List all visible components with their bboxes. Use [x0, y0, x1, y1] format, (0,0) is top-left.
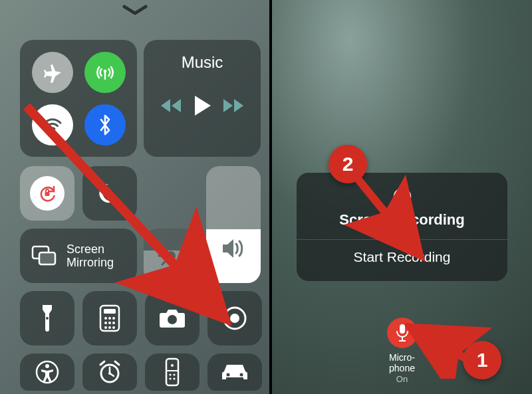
svg-point-45 [399, 193, 406, 200]
svg-point-20 [112, 317, 115, 320]
svg-point-40 [173, 377, 175, 379]
record-icon [221, 305, 248, 332]
svg-rect-17 [104, 309, 116, 314]
record-icon [303, 186, 501, 207]
svg-point-39 [169, 377, 171, 379]
svg-point-22 [108, 322, 111, 324]
svg-line-12 [177, 262, 180, 264]
airplane-icon [42, 62, 63, 83]
svg-point-42 [240, 373, 243, 377]
forward-icon[interactable] [219, 96, 245, 115]
airplane-mode-toggle[interactable] [32, 52, 73, 93]
music-label: Music [150, 53, 254, 72]
svg-line-11 [162, 247, 165, 250]
apple-tv-remote-button[interactable] [145, 353, 200, 391]
screen-record-button[interactable] [207, 291, 262, 345]
svg-point-2 [51, 129, 53, 132]
svg-point-23 [112, 322, 115, 324]
callout-badge-2: 2 [329, 145, 367, 183]
do-not-disturb-toggle[interactable] [82, 166, 137, 221]
svg-point-38 [173, 373, 175, 375]
svg-point-19 [108, 317, 111, 320]
svg-point-6 [166, 251, 176, 260]
svg-point-36 [171, 364, 174, 367]
svg-point-29 [230, 314, 239, 323]
svg-point-41 [227, 373, 230, 377]
moon-icon [96, 180, 123, 207]
svg-rect-34 [166, 359, 178, 385]
accessibility-icon [34, 359, 61, 385]
svg-point-25 [108, 326, 111, 329]
svg-point-27 [168, 315, 177, 324]
flashlight-button[interactable] [20, 291, 74, 345]
wifi-toggle[interactable] [32, 104, 73, 146]
svg-point-15 [46, 317, 49, 320]
antenna-icon [94, 61, 116, 84]
svg-point-21 [104, 322, 107, 324]
svg-rect-46 [400, 324, 405, 334]
microphone-toggle[interactable] [387, 318, 418, 348]
screen-recording-sheet: Screen Recording Start Recording [297, 173, 507, 281]
orientation-lock-icon [36, 182, 59, 205]
calculator-button[interactable] [82, 291, 137, 345]
bluetooth-icon [95, 114, 115, 136]
svg-point-26 [112, 326, 115, 329]
camera-button[interactable] [145, 291, 200, 345]
wifi-icon [41, 114, 64, 136]
play-icon[interactable] [192, 94, 212, 117]
svg-point-31 [45, 364, 49, 368]
orientation-lock-toggle[interactable] [20, 166, 74, 221]
sheet-title: Screen Recording [303, 211, 501, 229]
svg-rect-1 [104, 72, 105, 80]
accessibility-button[interactable] [20, 353, 74, 391]
calculator-icon [98, 304, 121, 332]
bluetooth-toggle[interactable] [84, 104, 126, 146]
clock-button[interactable] [82, 353, 137, 391]
screen-mirroring-icon [31, 245, 57, 267]
microphone-icon [395, 324, 410, 342]
svg-point-18 [104, 317, 107, 320]
carplay-button[interactable] [207, 353, 262, 391]
shortcut-row-1 [20, 291, 262, 345]
control-center-panel: Music [0, 0, 272, 394]
svg-line-13 [177, 247, 180, 250]
camera-icon [158, 308, 186, 329]
chevron-down-icon [122, 4, 148, 16]
screen-mirroring-label: ScreenMirroring [66, 243, 114, 269]
sun-icon [144, 229, 198, 283]
svg-line-14 [162, 262, 165, 264]
callout-badge-1: 1 [463, 341, 501, 379]
screen-mirroring-button[interactable]: ScreenMirroring [20, 229, 137, 283]
svg-rect-3 [45, 192, 50, 196]
svg-point-24 [104, 326, 107, 329]
start-recording-button[interactable]: Start Recording [303, 240, 501, 265]
shortcut-row-2 [20, 353, 262, 391]
microphone-label: Micro-phone On [389, 352, 415, 384]
svg-rect-5 [39, 252, 55, 264]
music-card[interactable]: Music [144, 40, 261, 157]
screen-recording-panel: Screen Recording Start Recording Micro-p… [272, 0, 532, 394]
connectivity-group [20, 40, 137, 157]
rewind-icon[interactable] [160, 96, 185, 115]
remote-icon [165, 357, 180, 387]
cellular-data-toggle[interactable] [84, 52, 126, 93]
car-icon [219, 362, 250, 382]
volume-slider[interactable] [206, 166, 261, 283]
flashlight-icon [39, 304, 56, 333]
brightness-slider[interactable] [144, 229, 198, 283]
alarm-clock-icon [96, 359, 123, 385]
microphone-status: On [396, 374, 408, 384]
speaker-icon [220, 236, 247, 261]
svg-point-37 [169, 373, 171, 375]
